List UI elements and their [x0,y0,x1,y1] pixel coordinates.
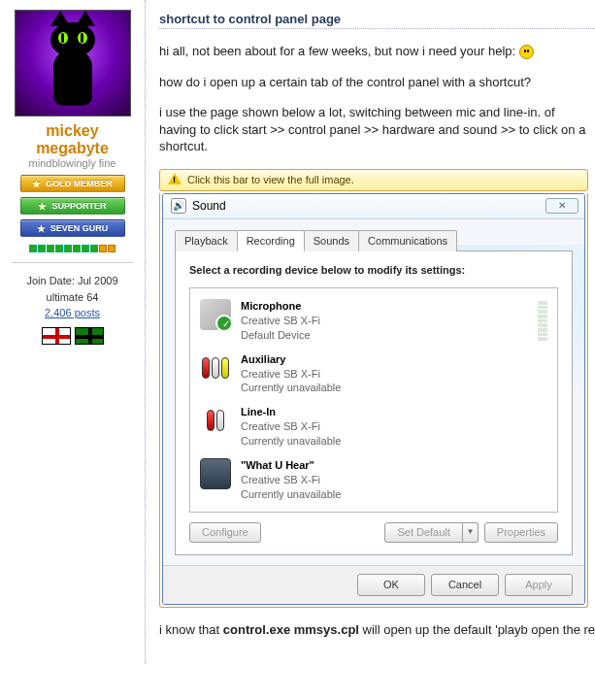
post-body: hi all, not been about for a few weeks, … [159,43,595,639]
device-item[interactable]: ✓ Microphone Creative SB X-Fi Default De… [198,294,549,348]
tab-sounds[interactable]: Sounds [304,230,359,252]
close-button[interactable]: ✕ [545,198,578,214]
user-title: mindblowingly fine [8,157,137,169]
badge-supporter: ★SUPPORTER [20,197,125,215]
smiley-icon [519,45,534,59]
username-link[interactable]: mickey megabyte [36,122,109,156]
user-sidebar: mickey megabyte mindblowingly fine ★GOLD… [0,0,146,664]
line-in-icon [200,405,231,436]
avatar[interactable] [15,10,131,117]
tab-playback[interactable]: Playback [175,230,238,252]
ok-button[interactable]: OK [357,574,425,596]
flag-devon-icon [75,327,104,345]
dialog-title: Sound [192,198,226,214]
device-list[interactable]: ✓ Microphone Creative SB X-Fi Default De… [189,287,558,513]
sound-dialog: 🔊 Sound ✕ Playback Recording Sounds Comm… [162,193,585,606]
flag-england-icon [42,327,71,345]
device-name: Line-In [241,405,547,419]
tab-recording[interactable]: Recording [237,230,305,252]
user-spec: ultimate 64 [8,289,137,306]
device-item[interactable]: Auxiliary Creative SB X-Fi Currently una… [198,348,549,401]
apply-button[interactable]: Apply [505,574,573,596]
post-count-link[interactable]: 2,406 posts [45,307,100,318]
tab-communications[interactable]: Communications [358,230,457,252]
device-item[interactable]: "What U Hear" Creative SB X-Fi Currently… [198,453,549,507]
device-name: Microphone [241,299,528,314]
attached-image[interactable]: 🔊 Sound ✕ Playback Recording Sounds Comm… [159,193,588,609]
post-title: shortcut to control panel page [159,12,595,29]
tab-strip: Playback Recording Sounds Communications [175,229,573,251]
set-default-button[interactable]: Set Default [384,522,462,543]
image-expand-bar[interactable]: Click this bar to view the full image. [159,169,588,191]
sound-icon: 🔊 [171,198,186,214]
level-meter-icon [538,299,547,343]
join-date: Join Date: Jul 2009 [8,273,137,289]
star-icon: ★ [38,201,47,212]
device-name: Auxiliary [241,352,547,367]
configure-button[interactable]: Configure [189,522,261,543]
badge-gold: ★GOLD MEMBER [20,175,125,192]
device-name: "What U Hear" [241,458,547,473]
properties-button[interactable]: Properties [484,522,558,543]
instruction-text: Select a recording device below to modif… [189,263,558,278]
auxiliary-icon [200,352,231,383]
device-item[interactable]: Line-In Creative SB X-Fi Currently unava… [198,400,549,453]
reputation-bar [8,245,137,252]
microphone-icon: ✓ [200,299,231,330]
star-icon: ★ [37,223,46,234]
titlebar: 🔊 Sound ✕ [163,194,584,219]
warning-icon [168,173,182,186]
set-default-dropdown[interactable]: ▼ [463,522,479,543]
sound-device-icon [200,458,231,489]
badge-guru: ★SEVEN GURU [20,219,125,237]
star-icon: ★ [32,179,41,189]
cancel-button[interactable]: Cancel [431,574,499,596]
